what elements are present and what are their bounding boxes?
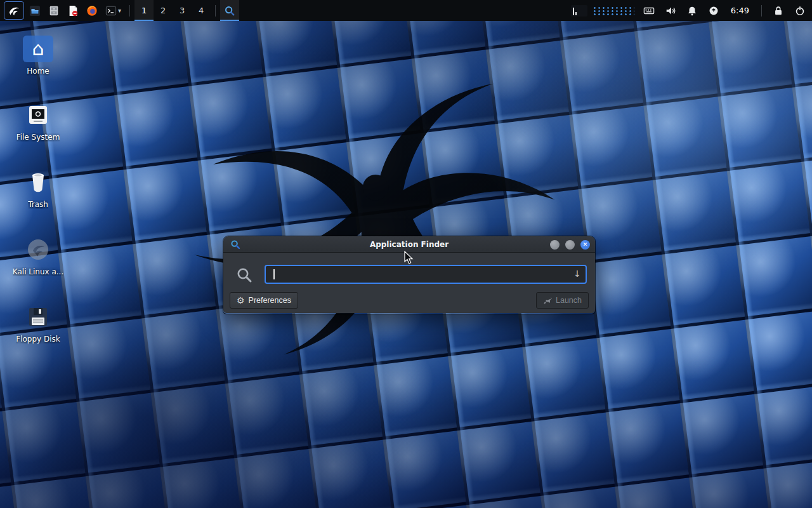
application-finder-window: Application Finder ✕ ↓ ⚙ Preferences (223, 236, 595, 314)
maximize-button[interactable] (565, 240, 575, 250)
text-caret (273, 269, 275, 279)
desktop-icon-label: Trash (28, 200, 48, 209)
panel-separator (215, 5, 216, 17)
desktop-icon-label: Floppy Disk (16, 335, 60, 344)
archive-manager-launcher[interactable] (44, 0, 63, 21)
panel-separator (761, 5, 762, 17)
panel-tray: 6:49 (571, 0, 809, 21)
logout-button[interactable] (790, 0, 809, 21)
desktop-icon-home[interactable]: ⌂ Home (5, 36, 71, 76)
whisker-menu-button[interactable] (4, 1, 24, 20)
launch-button-label: Launch (556, 296, 582, 305)
file-manager-launcher[interactable] (25, 0, 44, 21)
workspace-label: 4 (199, 6, 204, 15)
desktop-icon-floppy[interactable]: Floppy Disk (5, 304, 71, 344)
network-graph-applet[interactable] (593, 6, 634, 15)
desktop-icon-filesystem[interactable]: File System (5, 102, 71, 142)
search-icon (236, 267, 252, 283)
terminal-launcher[interactable]: ▾ (102, 0, 125, 21)
notifications-applet[interactable] (683, 0, 702, 21)
firefox-launcher[interactable] (82, 0, 102, 21)
search-input[interactable] (266, 266, 586, 283)
workspace-button-4[interactable]: 4 (192, 0, 211, 21)
speaker-icon (665, 5, 676, 17)
trash-icon (23, 169, 53, 196)
file-manager-icon (29, 5, 41, 17)
desktop-icon-trash[interactable]: Trash (5, 169, 71, 209)
launch-button[interactable]: Launch (536, 292, 589, 309)
floppy-disk-icon (23, 304, 53, 330)
chevron-down-icon[interactable]: ▾ (118, 7, 121, 14)
panel-separator (129, 5, 130, 17)
workspace-button-1[interactable]: 1 (134, 0, 154, 21)
update-status-applet[interactable] (704, 0, 723, 21)
workspace-label: 1 (141, 6, 147, 15)
desktop-icon-label: Kali Linux a... (13, 267, 63, 276)
dialog-button-row: ⚙ Preferences Launch (230, 292, 589, 309)
kali-logo-icon (8, 5, 20, 17)
firefox-icon (86, 5, 98, 17)
close-icon: ✕ (583, 242, 588, 248)
preferences-button-label: Preferences (249, 296, 291, 305)
volume-applet[interactable] (661, 0, 680, 21)
bell-icon (686, 5, 698, 17)
keyboard-layout-applet[interactable] (639, 0, 658, 21)
lock-icon (773, 5, 784, 17)
text-editor-launcher[interactable] (63, 0, 82, 21)
desktop-icon-label: Home (27, 67, 49, 76)
desktop-icon-label: File System (16, 133, 60, 142)
workspace-button-2[interactable]: 2 (154, 0, 173, 21)
home-icon: ⌂ (23, 36, 53, 62)
terminal-icon (105, 5, 117, 17)
screen-lock-button[interactable] (769, 0, 788, 21)
application-finder-icon (224, 5, 235, 17)
cpu-graph-applet[interactable] (571, 5, 587, 17)
cabinet-icon (48, 5, 60, 17)
minimize-button[interactable] (550, 240, 560, 250)
dropdown-arrow-icon[interactable]: ↓ (573, 269, 581, 279)
workspace-label: 2 (160, 6, 166, 15)
gear-icon: ⚙ (237, 296, 245, 305)
workspace-button-3[interactable]: 3 (173, 0, 192, 21)
preferences-button[interactable]: ⚙ Preferences (230, 292, 298, 309)
window-title: Application Finder (223, 240, 595, 249)
search-field: ↓ (265, 265, 587, 284)
status-circle-icon (708, 5, 719, 17)
desktop-icon-kali-docs[interactable]: Kali Linux a... (5, 236, 71, 276)
power-icon (794, 5, 806, 17)
taskbar-application-finder[interactable] (220, 0, 239, 21)
keyboard-icon (643, 5, 655, 17)
close-button[interactable]: ✕ (580, 240, 590, 250)
mouse-cursor (403, 251, 416, 265)
workspace-label: 3 (180, 6, 185, 15)
filesystem-icon (23, 102, 53, 128)
kali-docs-icon (23, 236, 53, 263)
document-icon (67, 5, 79, 17)
panel-clock[interactable]: 6:49 (726, 6, 754, 15)
top-panel: ▾ 1 2 3 4 (0, 0, 812, 21)
rocket-icon (543, 296, 552, 305)
